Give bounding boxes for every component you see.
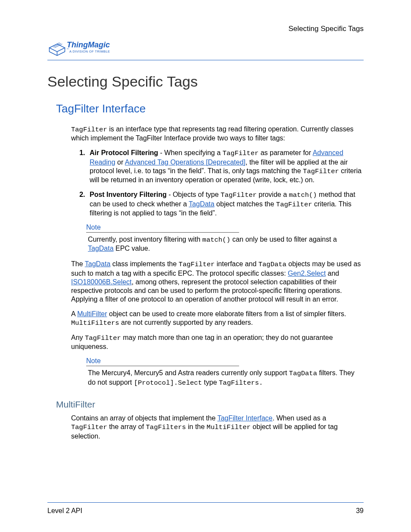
link-tagdata[interactable]: TagData	[88, 245, 114, 252]
text: - When specifying a	[158, 149, 222, 156]
code: TagFilter	[85, 334, 121, 342]
text: EPC value.	[114, 245, 150, 252]
link-iso180006b-select[interactable]: ISO180006B.Select	[71, 278, 132, 286]
code: TagFilter	[221, 191, 257, 199]
paragraph: The TagData class implements the TagFilt…	[71, 260, 364, 303]
code: match()	[202, 236, 230, 244]
text: class implements the	[110, 260, 178, 268]
text: object can be used to create more elabor…	[107, 310, 346, 317]
item-label: Post Inventory Filtering	[90, 191, 167, 198]
note-body: Currently, post inventory filtering with…	[88, 235, 364, 253]
body: Contains an array of objects that implem…	[71, 414, 364, 440]
footer-row: Level 2 API 39	[47, 507, 364, 515]
text: type	[202, 379, 219, 386]
text: Any	[71, 334, 85, 341]
footer-rule	[47, 502, 364, 503]
code: MultiFilter	[207, 423, 251, 431]
section-heading: TagFilter Interface	[56, 102, 364, 115]
text: A	[71, 310, 77, 317]
text: Contains an array of objects that implem…	[71, 414, 217, 422]
text: the array of	[107, 423, 146, 430]
header-rule	[47, 60, 364, 60]
note-label: Note	[86, 357, 364, 365]
text: can only be used to filter against a	[230, 236, 337, 243]
code: TagFilter	[71, 126, 107, 134]
page-number: 39	[356, 507, 364, 515]
text: in the	[186, 423, 207, 430]
running-head: Selecting Specific Tags	[47, 24, 364, 33]
ordered-list: Air Protocol Filtering - When specifying…	[47, 149, 364, 218]
note-label: Note	[86, 224, 364, 231]
text: as parameter for	[258, 149, 312, 156]
text: object matches the	[215, 200, 276, 208]
link-tagdata[interactable]: TagData	[189, 200, 215, 208]
paragraph: A MultiFilter object can be used to crea…	[71, 310, 364, 327]
logo-brand-text: ThingMagic	[67, 40, 110, 49]
code: TagFilter	[223, 149, 259, 157]
page-title: Selecting Specific Tags	[47, 73, 364, 90]
list-item: Air Protocol Filtering - When specifying…	[87, 149, 364, 184]
code: match()	[289, 191, 317, 199]
note-rule	[86, 366, 239, 366]
thingmagic-logo-icon: ThingMagic A DIVISION OF TRIMBLE	[47, 37, 131, 58]
link-gen2-select[interactable]: Gen2.Select	[288, 270, 326, 277]
body: TagFilter is an interface type that repr…	[71, 125, 364, 143]
link-tagfilter-interface[interactable]: TagFilter Interface	[217, 414, 272, 422]
note-block: Note The Mercury4, Mercury5 and Astra re…	[86, 357, 364, 387]
page-header: Selecting Specific Tags	[47, 24, 364, 33]
text: and	[326, 270, 339, 277]
intro-paragraph: TagFilter is an interface type that repr…	[71, 125, 364, 143]
footer-left: Level 2 API	[47, 507, 82, 515]
body: The TagData class implements the TagFilt…	[71, 260, 364, 351]
page-footer: Level 2 API 39	[47, 502, 364, 515]
text: interface and	[215, 260, 258, 268]
list-item: Post Inventory Filtering - Objects of ty…	[87, 190, 364, 218]
code: [Protocol].Select	[134, 379, 202, 387]
text: - Objects of type	[167, 191, 221, 198]
subsection-heading: MultiFilter	[56, 399, 364, 410]
code: TagFilter	[179, 261, 215, 268]
text: The Mercury4, Mercury5 and Astra readers…	[88, 369, 289, 376]
link-advanced-tag-ops[interactable]: Advanced Tag Operations [Deprecated]	[125, 159, 246, 166]
code: TagFilter	[276, 201, 312, 208]
code: TagFilter	[303, 168, 339, 175]
link-multifilter[interactable]: MultiFilter	[77, 310, 107, 317]
note-block: Note Currently, post inventory filtering…	[86, 224, 364, 253]
paragraph: Contains an array of objects that implem…	[71, 414, 364, 440]
text: is an interface type that represents tag…	[71, 125, 354, 142]
text: The	[71, 260, 85, 268]
note-rule	[86, 232, 239, 233]
code: TagFilter	[71, 423, 107, 431]
code: TagFilters	[146, 423, 186, 431]
item-label: Air Protocol Filtering	[90, 149, 158, 156]
link-tagdata[interactable]: TagData	[85, 260, 111, 268]
code: MultiFilters	[71, 319, 119, 327]
note-body: The Mercury4, Mercury5 and Astra readers…	[88, 369, 364, 387]
text: are not currently supported by any reade…	[119, 319, 253, 326]
text: Currently, post inventory filtering with	[88, 236, 202, 243]
logo-tagline-text: A DIVISION OF TRIMBLE	[69, 50, 110, 53]
paragraph: Any TagFilter may match more than one ta…	[71, 333, 364, 351]
code: TagData	[289, 370, 317, 377]
text: . When used as a	[273, 414, 327, 422]
text: or	[115, 159, 125, 166]
document-page: Selecting Specific Tags ThingMagic A DIV…	[0, 0, 411, 532]
code: TagFilters.	[219, 379, 263, 387]
text: provide a	[257, 191, 289, 198]
code: TagData	[258, 261, 286, 268]
logo: ThingMagic A DIVISION OF TRIMBLE	[47, 33, 364, 60]
